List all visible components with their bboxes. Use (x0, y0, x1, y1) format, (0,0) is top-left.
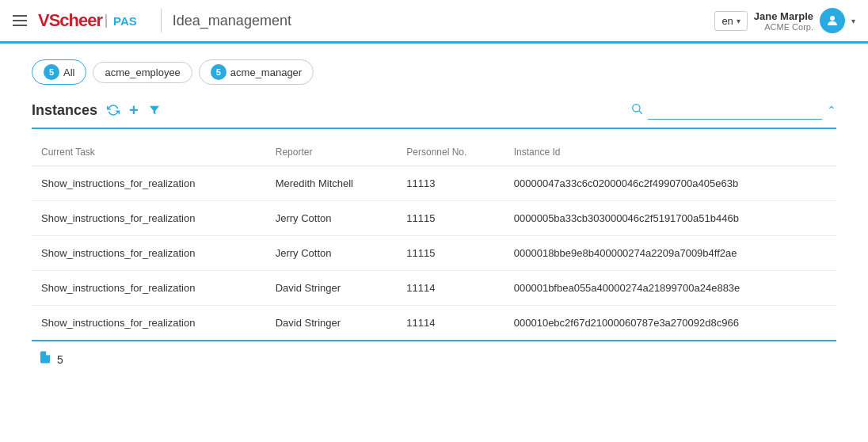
cell-task-3: Show_instructions_for_realization (32, 271, 266, 306)
instances-title: Instances (32, 102, 97, 119)
tab-acme-manager-label: acme_manager (230, 67, 302, 78)
table-row[interactable]: Show_instructions_for_realization Jerry … (32, 236, 836, 271)
app-title: Idea_management (173, 13, 715, 29)
language-selector[interactable]: en ▾ (714, 11, 747, 31)
avatar[interactable] (820, 8, 845, 33)
cell-reporter-4: David Stringer (266, 306, 398, 341)
logo-scheer-label: Scheer (49, 10, 102, 30)
tab-acme-manager-count: 5 (211, 64, 227, 80)
logo-v: V (38, 10, 49, 30)
cell-personnel-3[interactable]: 11114 (397, 271, 504, 306)
collapse-icon[interactable]: ⌃ (827, 104, 836, 116)
tab-all[interactable]: 5 All (32, 59, 86, 85)
lang-chevron-icon: ▾ (737, 17, 740, 25)
filter-button[interactable] (148, 104, 161, 116)
cell-task-4: Show_instructions_for_realization (32, 306, 266, 341)
cell-reporter-2: Jerry Cotton (266, 236, 398, 271)
col-header-instance-id: Instance Id (504, 139, 836, 166)
header: VScheer PAS Idea_management en ▾ Jane Ma… (0, 0, 868, 44)
cell-reporter-3: David Stringer (266, 271, 398, 306)
add-button[interactable]: + (129, 101, 139, 120)
search-input[interactable] (648, 101, 822, 120)
user-info: Jane Marple ACME Corp. (754, 10, 813, 32)
cell-task-0: Show_instructions_for_realization (32, 166, 266, 201)
header-divider (161, 9, 162, 32)
main-content: 5 All acme_employee 5 acme_manager Insta… (0, 44, 868, 385)
cell-instance-id-0[interactable]: 00000047a33c6c02000046c2f4990700a405e63b (504, 166, 836, 201)
col-header-personnel-no: Personnel No. (397, 139, 504, 166)
svg-line-2 (639, 111, 642, 114)
cell-personnel-2[interactable]: 11115 (397, 236, 504, 271)
svg-point-0 (830, 16, 835, 21)
col-header-reporter: Reporter (266, 139, 398, 166)
table-row[interactable]: Show_instructions_for_realization Jerry … (32, 201, 836, 236)
tab-acme-employee[interactable]: acme_employee (93, 62, 192, 83)
document-icon (38, 349, 52, 369)
cell-personnel-0[interactable]: 11113 (397, 166, 504, 201)
col-header-current-task: Current Task (32, 139, 266, 166)
cell-instance-id-1[interactable]: 0000005ba33cb303000046c2f5191700a51b446b (504, 201, 836, 236)
logo-scheer-text: VScheer (38, 10, 102, 31)
cell-reporter-1: Jerry Cotton (266, 201, 398, 236)
user-menu-chevron-icon[interactable]: ▾ (851, 17, 855, 25)
table-row[interactable]: Show_instructions_for_realization Meredi… (32, 166, 836, 201)
user-name: Jane Marple (754, 10, 813, 22)
hamburger-menu-icon[interactable] (13, 15, 27, 26)
cell-instance-id-2[interactable]: 0000018bbe9e8b400000274a2209a7009b4ff2ae (504, 236, 836, 271)
refresh-button[interactable] (107, 104, 120, 116)
logo-pas-text: PAS (105, 14, 137, 28)
cell-task-1: Show_instructions_for_realization (32, 201, 266, 236)
table-footer: 5 (32, 340, 836, 369)
search-icon[interactable] (630, 102, 643, 118)
cell-instance-id-3[interactable]: 000001bfbea055a40000274a21899700a24e883e (504, 271, 836, 306)
tab-acme-manager[interactable]: 5 acme_manager (199, 59, 314, 85)
table-row[interactable]: Show_instructions_for_realization David … (32, 271, 836, 306)
tab-all-count: 5 (44, 64, 59, 80)
tab-acme-employee-label: acme_employee (105, 67, 180, 78)
table-header-row: Current Task Reporter Personnel No. Inst… (32, 139, 836, 166)
user-company: ACME Corp. (764, 22, 813, 32)
cell-task-2: Show_instructions_for_realization (32, 236, 266, 271)
svg-point-1 (633, 105, 640, 112)
cell-instance-id-4[interactable]: 000010ebc2f67d21000060787e3a270092d8c966 (504, 306, 836, 341)
table-row[interactable]: Show_instructions_for_realization David … (32, 306, 836, 341)
cell-personnel-1[interactable]: 11115 (397, 201, 504, 236)
footer-record-count: 5 (57, 353, 63, 366)
instances-table: Current Task Reporter Personnel No. Inst… (32, 139, 836, 340)
cell-personnel-4[interactable]: 11114 (397, 306, 504, 341)
lang-value: en (721, 15, 733, 27)
cell-reporter-0: Meredith Mitchell (266, 166, 398, 201)
logo: VScheer PAS (38, 10, 137, 31)
search-area: ⌃ (630, 101, 836, 120)
tabs-bar: 5 All acme_employee 5 acme_manager (32, 59, 836, 85)
instances-header: Instances + ⌃ (32, 101, 836, 129)
header-right: en ▾ Jane Marple ACME Corp. ▾ (714, 8, 855, 33)
tab-all-label: All (63, 67, 74, 78)
